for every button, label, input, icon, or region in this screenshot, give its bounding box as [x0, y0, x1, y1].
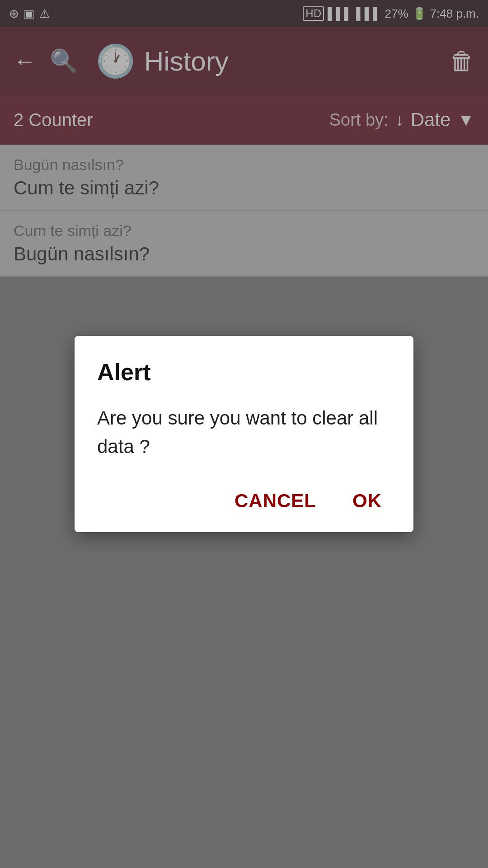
ok-button[interactable]: OK — [343, 483, 391, 519]
alert-dialog: Alert Are you sure you want to clear all… — [75, 336, 413, 532]
dialog-title: Alert — [97, 359, 391, 386]
dialog-message: Are you sure you want to clear all data … — [97, 404, 391, 461]
cancel-button[interactable]: CANCEL — [225, 483, 325, 519]
dialog-overlay: Alert Are you sure you want to clear all… — [0, 0, 488, 868]
dialog-buttons: CANCEL OK — [97, 483, 391, 519]
